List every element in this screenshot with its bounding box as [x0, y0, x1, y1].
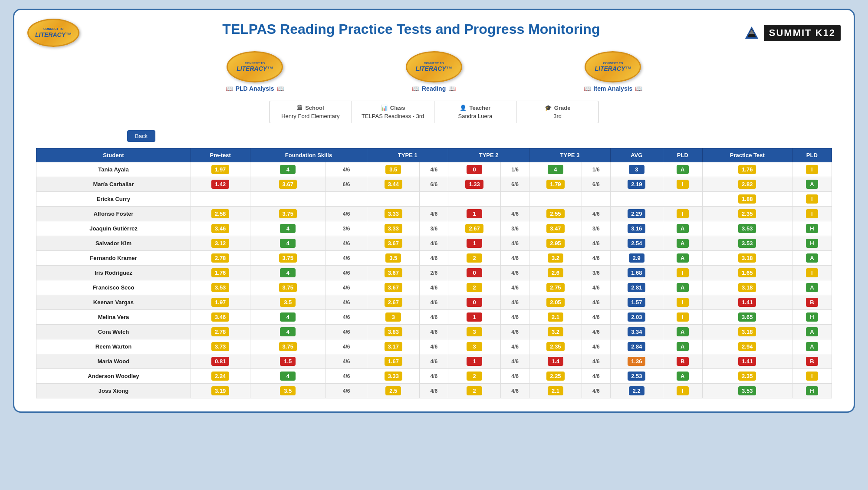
table-cell: 1.33	[448, 177, 501, 192]
table-row: Melina Vera3.4644/634/614/62.14/62.03I3.…	[36, 310, 832, 325]
table-cell: 1.76	[702, 162, 792, 177]
table-cell: 2.35	[529, 339, 582, 354]
table-cell-frac: 4/6	[420, 162, 448, 177]
table-cell: 3.67	[367, 236, 420, 251]
grade-icon: 🎓	[545, 105, 552, 111]
table-cell-frac: 4/6	[582, 369, 610, 384]
table-cell-pld: I	[663, 384, 702, 398]
table-cell: 3.73	[191, 339, 250, 354]
col-pld: PLD	[663, 148, 702, 162]
table-cell: 2.78	[191, 251, 250, 266]
summit-text: SUMMIT K12	[769, 27, 835, 38]
nav-item-analysis[interactable]: CONNECT TO LITERACY™ 📖 Item Analysis 📖	[584, 51, 643, 92]
table-cell: 3.2	[529, 325, 582, 339]
table-cell-pld: I	[792, 162, 832, 177]
table-cell-frac: 1/6	[582, 162, 610, 177]
nav-reading[interactable]: CONNECT TO LITERACY™ 📖 Reading 📖	[406, 51, 462, 92]
table-row: Salvador Kim3.1244/63.674/614/62.954/62.…	[36, 236, 832, 251]
table-cell: 3.33	[367, 207, 420, 221]
table-cell: 3.46	[191, 221, 250, 236]
table-cell: 1.4	[529, 354, 582, 369]
book-icon-pld: 📖	[226, 85, 233, 92]
table-cell-frac: 4/6	[501, 295, 529, 310]
table-cell-pld: A	[663, 339, 702, 354]
summit-icon	[743, 24, 760, 42]
table-cell: 0.81	[191, 354, 250, 369]
table-cell-frac: 4/6	[326, 266, 367, 280]
col-foundation-skills: Foundation Skills	[250, 148, 367, 162]
table-cell-frac: 4/6	[326, 280, 367, 295]
table-cell-frac	[420, 192, 448, 207]
table-cell: 3	[610, 162, 663, 177]
info-class-label: 📊 Class	[359, 105, 427, 111]
table-cell: 3	[448, 339, 501, 354]
table-cell: 1	[448, 310, 501, 325]
data-table: Student Pre-test Foundation Skills TYPE …	[36, 148, 832, 398]
info-class-value: TELPAS Readiness - 3rd	[359, 113, 427, 119]
table-cell: 2.24	[191, 369, 250, 384]
page-title: TELPAS Reading Practice Tests and Progre…	[222, 21, 600, 37]
table-cell-frac: 1/6	[501, 162, 529, 177]
table-cell-frac: 4/6	[582, 207, 610, 221]
logo-main-text: LITERACY™	[35, 31, 72, 38]
table-cell: 4	[250, 236, 326, 251]
table-cell: 2.9	[610, 251, 663, 266]
table-cell: 1.42	[191, 177, 250, 192]
nav-logo-oval-item: CONNECT TO LITERACY™	[585, 51, 641, 82]
table-cell: 2	[448, 369, 501, 384]
table-row: Reem Warton3.733.754/63.174/634/62.354/6…	[36, 339, 832, 354]
table-cell: 3.18	[702, 325, 792, 339]
table-cell-frac: 4/6	[326, 236, 367, 251]
table-cell: 1.97	[191, 162, 250, 177]
nav-logo-main-item: LITERACY™	[595, 65, 631, 72]
table-cell: 3.33	[367, 221, 420, 236]
table-cell-frac: 4/6	[326, 310, 367, 325]
nav-pld-analysis[interactable]: CONNECT TO LITERACY™ 📖 PLD Analysis 📖	[226, 51, 284, 92]
table-cell: 2.82	[702, 177, 792, 192]
student-name: Iris Rodríguez	[36, 266, 191, 280]
table-cell-frac: 4/6	[501, 310, 529, 325]
book-icon-reading: 📖	[412, 85, 419, 92]
table-cell-frac: 4/6	[326, 325, 367, 339]
nav-label-pld: 📖 PLD Analysis 📖	[226, 85, 284, 92]
table-row: María Wood0.811.54/61.674/614/61.44/61.3…	[36, 354, 832, 369]
table-cell: 2.05	[529, 295, 582, 310]
table-cell-frac: 4/6	[501, 251, 529, 266]
student-name: Salvador Kim	[36, 236, 191, 251]
table-cell-pld: I	[663, 310, 702, 325]
table-cell-frac: 4/6	[501, 280, 529, 295]
table-cell: 4	[529, 162, 582, 177]
table-cell: 4	[250, 369, 326, 384]
student-name: Anderson Woodley	[36, 369, 191, 384]
table-cell: 3.19	[191, 384, 250, 398]
table-cell: 3	[448, 325, 501, 339]
table-cell-frac: 4/6	[501, 384, 529, 398]
col-type3: TYPE 3	[529, 148, 611, 162]
table-cell-pld: H	[792, 384, 832, 398]
table-cell-pld: A	[663, 162, 702, 177]
nav-logo-oval-reading: CONNECT TO LITERACY™	[406, 51, 462, 82]
table-cell-frac	[582, 192, 610, 207]
table-cell: 2.58	[191, 207, 250, 221]
table-cell: 3.12	[191, 236, 250, 251]
table-cell-frac: 4/6	[501, 236, 529, 251]
table-cell	[610, 192, 663, 207]
back-button[interactable]: Back	[127, 130, 155, 142]
table-cell: 3.18	[702, 280, 792, 295]
table-cell: 2.95	[529, 236, 582, 251]
col-student: Student	[36, 148, 191, 162]
table-cell-frac: 4/6	[420, 280, 448, 295]
table-cell-pld: B	[663, 354, 702, 369]
info-teacher-value: Sandra Luera	[441, 113, 510, 119]
nav-logos: CONNECT TO LITERACY™ 📖 PLD Analysis 📖 CO…	[27, 51, 841, 92]
table-cell: 2.25	[529, 369, 582, 384]
col-practice-test: Practice Test	[702, 148, 792, 162]
table-cell-frac: 4/6	[582, 295, 610, 310]
table-cell: 3.5	[367, 251, 420, 266]
table-cell: 3.2	[529, 251, 582, 266]
table-row: Keenan Vargas1.973.54/62.674/604/62.054/…	[36, 295, 832, 310]
table-cell-frac: 4/6	[326, 207, 367, 221]
table-cell: 2.54	[610, 236, 663, 251]
school-icon: 🏛	[297, 105, 302, 111]
table-cell: 3.5	[367, 162, 420, 177]
